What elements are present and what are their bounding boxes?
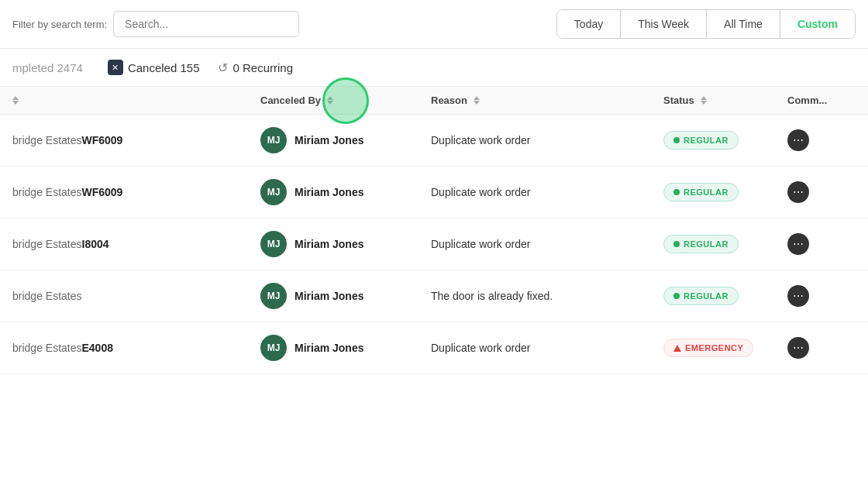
stat-canceled: ✕ Canceled 155 — [108, 60, 200, 75]
cell-comment: ⋯ — [787, 337, 849, 359]
col-header-canceled-by[interactable]: Canceled By — [260, 95, 431, 106]
regular-dot — [673, 189, 680, 195]
work-order-id: WF6009 — [82, 186, 123, 198]
status-badge: REGULAR — [663, 183, 739, 201]
regular-dot — [673, 293, 680, 299]
cell-location: bridge EstatesWF6009 — [12, 134, 260, 146]
completed-label: mpleted 2474 — [12, 61, 83, 74]
location-name: bridge Estates — [12, 186, 82, 198]
cell-reason: Duplicate work order — [431, 342, 663, 354]
table-header: Canceled By Reason Status Comm... — [0, 87, 868, 115]
cell-comment: ⋯ — [787, 129, 849, 151]
sort-arrows-location — [12, 96, 19, 105]
time-btn-custom[interactable]: Custom — [780, 10, 855, 38]
cell-status: REGULAR — [663, 131, 787, 150]
time-btn-this-week[interactable]: This Week — [621, 10, 707, 38]
time-btn-all-time[interactable]: All Time — [707, 10, 780, 38]
cell-comment: ⋯ — [787, 233, 849, 255]
avatar: MJ — [260, 283, 287, 309]
cell-status: REGULAR — [663, 183, 787, 201]
sort-down-location — [12, 101, 19, 105]
table-row: bridge EstatesE4008 MJ Miriam Jones Dupl… — [0, 322, 868, 374]
stat-recurring: ↺ 0 Recurring — [218, 60, 293, 75]
sort-down-canceled-by — [327, 101, 333, 105]
avatar: MJ — [260, 231, 287, 257]
comment-icon: ⋯ — [793, 134, 804, 146]
cell-user: MJ Miriam Jones — [260, 127, 431, 153]
stats-bar: mpleted 2474 ✕ Canceled 155 ↺ 0 Recurrin… — [0, 49, 868, 87]
canceled-label: Canceled 155 — [128, 61, 200, 74]
search-input[interactable] — [113, 11, 299, 37]
col-header-comments[interactable]: Comm... — [787, 95, 849, 106]
user-name: Miriam Jones — [294, 134, 363, 146]
status-label: EMERGENCY — [685, 343, 743, 353]
cell-status: REGULAR — [663, 287, 787, 305]
cell-reason: Duplicate work order — [431, 186, 663, 198]
cell-location: bridge EstatesE4008 — [12, 342, 260, 354]
comment-button[interactable]: ⋯ — [787, 337, 809, 359]
cell-reason: The door is already fixed. — [431, 290, 663, 302]
cell-comment: ⋯ — [787, 285, 849, 307]
comment-button[interactable]: ⋯ — [787, 233, 809, 255]
cell-reason: Duplicate work order — [431, 238, 663, 250]
location-name: bridge Estates — [12, 290, 82, 302]
user-name: Miriam Jones — [294, 186, 363, 198]
avatar: MJ — [260, 179, 287, 205]
time-filter-group: TodayThis WeekAll TimeCustom — [556, 9, 856, 39]
table-row: bridge EstatesWF6009 MJ Miriam Jones Dup… — [0, 115, 868, 167]
user-name: Miriam Jones — [294, 238, 363, 250]
cell-user: MJ Miriam Jones — [260, 179, 431, 205]
regular-dot — [673, 241, 680, 247]
canceled-icon: ✕ — [108, 60, 123, 75]
col-header-reason[interactable]: Reason — [431, 95, 663, 106]
comment-icon: ⋯ — [793, 186, 804, 198]
status-label: REGULAR — [684, 187, 728, 197]
work-order-id: WF6009 — [82, 134, 123, 146]
user-name: Miriam Jones — [294, 342, 363, 354]
cell-reason: Duplicate work order — [431, 134, 663, 146]
sort-down-status — [701, 101, 707, 105]
filter-label: Filter by search term: — [12, 19, 107, 30]
regular-dot — [673, 137, 680, 143]
status-badge: EMERGENCY — [663, 339, 753, 357]
comment-icon: ⋯ — [793, 290, 804, 302]
comment-icon: ⋯ — [793, 342, 804, 354]
col-canceled-by-label: Canceled By — [260, 95, 321, 106]
comment-button[interactable]: ⋯ — [787, 181, 809, 203]
status-label: REGULAR — [684, 291, 728, 301]
col-comments-label: Comm... — [787, 95, 827, 106]
col-header-status[interactable]: Status — [663, 95, 787, 106]
sort-up-location — [12, 96, 19, 100]
work-order-id: I8004 — [82, 238, 109, 250]
location-name: bridge Estates — [12, 134, 82, 146]
cell-location: bridge Estates — [12, 290, 260, 302]
cell-location: bridge EstatesI8004 — [12, 238, 260, 250]
status-label: REGULAR — [684, 239, 728, 249]
table-row: bridge EstatesWF6009 MJ Miriam Jones Dup… — [0, 167, 868, 218]
time-btn-today[interactable]: Today — [557, 10, 621, 38]
comment-button[interactable]: ⋯ — [787, 285, 809, 307]
status-badge: REGULAR — [663, 235, 739, 253]
emergency-icon — [673, 345, 681, 352]
cell-user: MJ Miriam Jones — [260, 231, 431, 257]
table-row: bridge EstatesI8004 MJ Miriam Jones Dupl… — [0, 218, 868, 270]
col-reason-label: Reason — [431, 95, 467, 106]
comment-button[interactable]: ⋯ — [787, 129, 809, 151]
cell-status: EMERGENCY — [663, 339, 787, 357]
cell-comment: ⋯ — [787, 181, 849, 203]
col-status-label: Status — [663, 95, 694, 106]
sort-arrows-reason — [474, 96, 480, 105]
status-badge: REGULAR — [663, 131, 739, 150]
location-name: bridge Estates — [12, 238, 82, 250]
sort-up-canceled-by — [327, 96, 333, 100]
cell-location: bridge EstatesWF6009 — [12, 186, 260, 198]
sort-arrows-status — [701, 96, 707, 105]
table-body: bridge EstatesWF6009 MJ Miriam Jones Dup… — [0, 115, 868, 374]
cell-status: REGULAR — [663, 235, 787, 253]
location-name: bridge Estates — [12, 342, 82, 354]
filter-section: Filter by search term: — [12, 11, 299, 37]
col-header-location[interactable] — [12, 96, 260, 105]
sort-up-reason — [474, 96, 480, 100]
status-badge: REGULAR — [663, 287, 739, 305]
top-bar: Filter by search term: TodayThis WeekAll… — [0, 0, 868, 49]
